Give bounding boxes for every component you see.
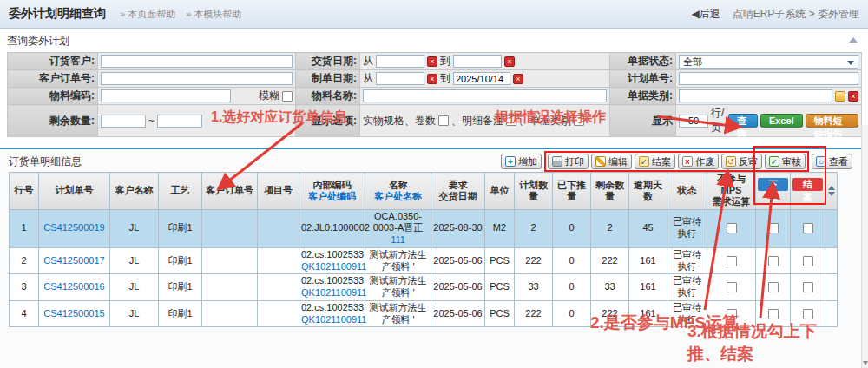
date-picker-icon[interactable] — [427, 56, 437, 67]
doctype-checkbox[interactable] — [574, 115, 584, 126]
close-case-icon — [639, 156, 649, 167]
add-icon — [505, 156, 516, 167]
col-line[interactable]: 行号 — [10, 173, 39, 210]
chevron-down-icon — [847, 61, 854, 65]
detail-panel: 订货单明细信息 增加 打印 编辑 结案 作废 反审 审核 查看 行号 计划单号 … — [0, 148, 868, 368]
col-status[interactable]: 状态 — [667, 173, 707, 210]
col-project[interactable]: 项目号 — [258, 173, 299, 210]
push-checkbox[interactable] — [768, 309, 779, 319]
col-customer[interactable]: 客户名称 — [110, 173, 159, 210]
module-help-link[interactable]: » 本模块帮助 — [186, 8, 241, 21]
close-checkbox[interactable] — [803, 309, 813, 319]
vertical-scrollbar[interactable] — [861, 125, 868, 368]
col-remain-qty[interactable]: 剩余数量 — [591, 173, 629, 210]
table-row[interactable]: 3 CS412500016 JL 印刷1 02.cs.1002533QK1021… — [10, 274, 838, 301]
col-pushed-qty[interactable]: 已下推量 — [553, 173, 591, 210]
doc-type-input[interactable] — [679, 89, 832, 102]
plan-no-link[interactable]: CS412500017 — [43, 255, 104, 266]
query-panel-title: 查询委外计划 — [7, 31, 861, 52]
customer-order-no-input[interactable] — [101, 72, 293, 85]
breadcrumb[interactable]: 点晴ERP子系统 > 委外管理 — [733, 7, 859, 22]
page-size-input[interactable] — [679, 115, 708, 128]
label-make-date: 制单日期: — [296, 70, 360, 88]
unaudit-button[interactable]: 反审 — [721, 154, 762, 169]
table-row[interactable]: 4 CS412500015 JL 印刷1 02.cs.1002533QK1021… — [10, 300, 838, 327]
excel-button[interactable]: Excel — [760, 114, 803, 128]
name-link[interactable]: 111 — [367, 234, 429, 246]
collapse-up-icon — [828, 186, 835, 190]
push-down-button[interactable]: 下推 — [758, 178, 788, 191]
col-req-date[interactable]: 要求交货日期 — [431, 173, 485, 210]
view-button[interactable]: 查看 — [812, 154, 852, 169]
col-name[interactable]: 名称客户处名称 — [365, 173, 431, 210]
page-help-link[interactable]: » 本页面帮助 — [120, 8, 175, 21]
push-checkbox[interactable] — [768, 223, 779, 233]
material-code-input[interactable] — [101, 89, 231, 102]
col-unit[interactable]: 单位 — [485, 173, 515, 210]
toolbar-annotation-ring: 打印 编辑 结案 作废 反审 审核 — [544, 151, 809, 172]
col-process[interactable]: 工艺 — [159, 173, 202, 210]
label-doc-status: 单据状态: — [610, 53, 676, 70]
search-button[interactable]: 查询 — [728, 114, 758, 128]
from-label: 从 — [363, 71, 373, 86]
remain-qty-min-input[interactable] — [101, 115, 146, 128]
panel-collapse-icon[interactable] — [849, 37, 858, 43]
code-link[interactable]: QK1021100911 — [301, 261, 363, 273]
code-link[interactable]: QK1021100911 — [301, 287, 363, 299]
label-display-options: 显示选项: — [296, 105, 360, 137]
order-customer-input[interactable] — [101, 55, 293, 68]
void-button[interactable]: 作废 — [678, 154, 719, 169]
table-row[interactable]: 1 CS412500019 JL 印刷1 02.JL0.1000002 OCA.… — [10, 209, 838, 247]
code-link[interactable]: QK1021100911 — [301, 314, 363, 326]
add-button[interactable]: 增加 — [501, 154, 542, 169]
col-mps[interactable]: 不参与MPS需求运算 — [707, 173, 756, 210]
plan-no-link[interactable]: CS412500015 — [43, 308, 104, 319]
push-checkbox[interactable] — [768, 256, 779, 266]
print-button[interactable]: 打印 — [548, 154, 589, 169]
make-date-from-input[interactable] — [376, 72, 424, 85]
date-picker-icon[interactable] — [427, 74, 437, 84]
delivery-date-to-input[interactable] — [453, 55, 502, 68]
close-checkbox[interactable] — [803, 282, 813, 292]
doc-status-select[interactable]: 全部 — [679, 55, 858, 69]
mps-checkbox[interactable] — [727, 309, 737, 319]
close-checkbox[interactable] — [803, 256, 813, 266]
label-remain-qty: 剩余数量: — [8, 105, 98, 137]
date-picker-icon[interactable] — [513, 74, 523, 84]
scroll-down-icon[interactable] — [863, 361, 868, 365]
col-overdue-days[interactable]: 逾期天数 — [629, 173, 667, 210]
label-material-name: 物料名称: — [296, 88, 360, 105]
material-shortage-report-button[interactable]: 物料短缺报告 — [806, 114, 858, 128]
material-name-input[interactable] — [363, 89, 607, 102]
col-plan-qty[interactable]: 计划数量 — [515, 173, 553, 210]
close-checkbox[interactable] — [803, 223, 813, 233]
col-collapse[interactable] — [825, 173, 838, 210]
delivery-date-from-input[interactable] — [376, 55, 424, 68]
close-all-button[interactable]: 结案 — [792, 178, 823, 191]
plan-no-link[interactable]: CS412500019 — [43, 222, 104, 233]
edit-button[interactable]: 编辑 — [591, 154, 632, 169]
mps-checkbox[interactable] — [727, 282, 737, 292]
back-button[interactable]: ◀后退 — [691, 7, 720, 22]
audit-button[interactable]: 审核 — [765, 154, 806, 169]
push-checkbox[interactable] — [768, 282, 779, 292]
col-cust-order[interactable]: 客户订单号 — [202, 173, 258, 210]
make-date-to-input[interactable] — [453, 72, 510, 85]
close-case-button[interactable]: 结案 — [635, 154, 675, 169]
fuzzy-checkbox[interactable] — [282, 91, 293, 102]
plan-no-input[interactable] — [679, 72, 858, 85]
table-row[interactable]: 2 CS412500017 JL 印刷1 02.cs.1002533QK1021… — [10, 247, 838, 274]
col-code[interactable]: 内部编码客户处编码 — [299, 173, 365, 210]
mps-checkbox[interactable] — [727, 223, 737, 233]
remark-checkbox[interactable] — [506, 115, 516, 126]
plan-no-link[interactable]: CS412500016 — [43, 281, 104, 292]
option-doctype-label: 、单据类别 — [519, 114, 571, 128]
col-plan-no[interactable]: 计划单号 — [39, 173, 110, 210]
type-picker-icon[interactable] — [835, 91, 845, 102]
spec-checkbox[interactable] — [438, 115, 449, 126]
print-icon — [552, 156, 562, 167]
mps-checkbox[interactable] — [727, 256, 737, 266]
remain-qty-max-input[interactable] — [157, 115, 202, 128]
clear-icon[interactable] — [848, 91, 858, 102]
date-picker-icon[interactable] — [504, 56, 515, 67]
